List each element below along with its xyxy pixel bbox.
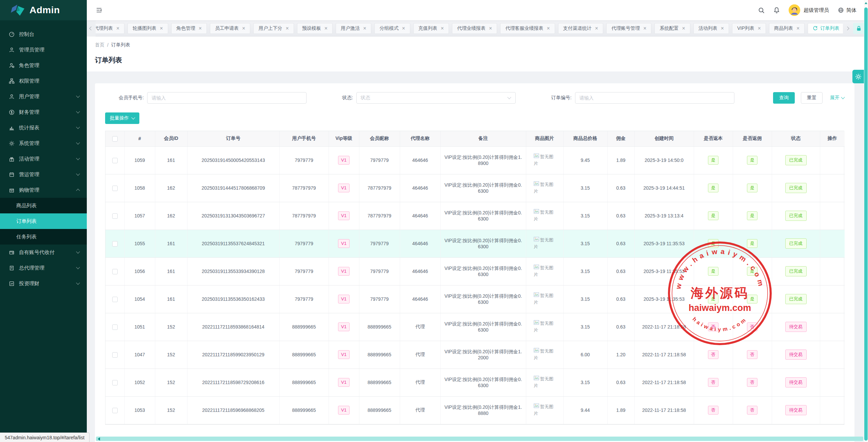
close-tab-icon[interactable]: ×: [199, 26, 202, 31]
bulk-actions-button[interactable]: 批量操作: [105, 112, 139, 124]
search-button[interactable]: 查询: [773, 92, 795, 104]
tab-tab-9[interactable]: 充值列表×: [413, 23, 449, 34]
close-tab-icon[interactable]: ×: [242, 26, 245, 31]
sidebar-subitem-order-list[interactable]: 订单列表: [0, 213, 87, 229]
table-row[interactable]: 1058162202503191444517806868709787797979…: [105, 174, 845, 202]
close-tab-icon[interactable]: ×: [643, 26, 646, 31]
table-row[interactable]: 1051152202211172118593868164814888999665…: [105, 313, 845, 341]
table-row[interactable]: 1057162202503191313043503696727787797979…: [105, 202, 845, 230]
order-filter-input[interactable]: [575, 92, 734, 104]
sidebar-item-system[interactable]: 系统管理: [0, 135, 87, 151]
row-checkbox[interactable]: [112, 324, 118, 330]
tab-tab-4[interactable]: 员工申请表×: [210, 23, 250, 34]
close-tab-icon[interactable]: ×: [547, 26, 550, 31]
tab-tab-11[interactable]: 代理客服业绩报表×: [500, 23, 555, 34]
tab-tab-10[interactable]: 代理业绩报表×: [452, 23, 497, 34]
row-checkbox[interactable]: [112, 297, 118, 302]
close-tab-icon[interactable]: ×: [116, 26, 119, 31]
close-tab-icon[interactable]: ×: [489, 26, 492, 31]
vertical-scrollbar[interactable]: [864, 0, 868, 442]
row-checkbox[interactable]: [112, 408, 118, 413]
user-menu[interactable]: 超级管理员: [789, 4, 829, 16]
tab-tab-16[interactable]: VIP列表×: [732, 23, 766, 34]
close-tab-icon[interactable]: ×: [324, 26, 328, 31]
close-tab-icon[interactable]: ×: [595, 26, 598, 31]
select-all-checkbox[interactable]: [112, 136, 118, 142]
tab-tab-3[interactable]: 角色管理×: [171, 23, 207, 34]
reset-button[interactable]: 重置: [801, 92, 823, 104]
tab-tab-17[interactable]: 商品列表×: [769, 23, 805, 34]
sidebar-subitem-task-list[interactable]: 任务列表: [0, 229, 87, 245]
table-row[interactable]: 1047152202211172118599023950129888999665…: [105, 341, 845, 369]
tab-tab-18[interactable]: 订单列表×: [808, 23, 843, 34]
close-tab-icon[interactable]: ×: [441, 26, 444, 31]
tab-tab-5[interactable]: 用户上下分×: [253, 23, 294, 34]
vertical-scroll-thumb[interactable]: [864, 7, 868, 441]
sidebar-item-general-agent[interactable]: 总代理管理: [0, 260, 87, 276]
phone-filter-input[interactable]: [147, 92, 307, 104]
sidebar-item-shopping[interactable]: 购物管理: [0, 182, 87, 198]
sidebar-item-role[interactable]: 角色管理: [0, 58, 87, 73]
sidebar-item-own-account[interactable]: 自有账号代收付: [0, 245, 87, 260]
sidebar-item-permission[interactable]: 权限管理: [0, 73, 87, 89]
row-checkbox[interactable]: [112, 269, 118, 274]
avatar[interactable]: [789, 4, 800, 16]
sidebar-subitem-goods-list[interactable]: 商品列表: [0, 198, 87, 213]
table-row[interactable]: 10551612025031911355376248453217979779V1…: [105, 230, 845, 257]
search-icon[interactable]: [758, 7, 765, 14]
theme-settings-button[interactable]: [852, 70, 864, 83]
status-badge: 已完成: [785, 238, 807, 249]
language-switcher[interactable]: 简体: [838, 7, 856, 14]
table-row[interactable]: 10561612025031911355339343901287979779V1…: [105, 257, 845, 285]
sidebar-item-console[interactable]: 控制台: [0, 26, 87, 42]
sidebar-item-operation[interactable]: 营运管理: [0, 167, 87, 182]
close-tab-icon[interactable]: ×: [160, 26, 163, 31]
close-tab-icon[interactable]: ×: [758, 26, 761, 31]
tab-tab-14[interactable]: 系统配置×: [654, 23, 690, 34]
sidebar-item-activity[interactable]: 活动管理: [0, 151, 87, 167]
row-checkbox[interactable]: [112, 186, 118, 191]
sidebar-item-finance[interactable]: 财务管理: [0, 104, 87, 120]
refresh-icon[interactable]: [813, 26, 818, 31]
expand-toggle[interactable]: 展开: [830, 95, 844, 101]
tab-tab-1[interactable]: 总代理列表×: [96, 23, 124, 34]
table-row[interactable]: 10541612025031911355363501624337979779V1…: [105, 285, 845, 313]
tab-tab-2[interactable]: 轮播图列表×: [127, 23, 168, 34]
status-badge: 是: [708, 184, 718, 192]
table-row[interactable]: 1053152202211172118596968868205888999665…: [105, 396, 845, 424]
sidebar-item-admin[interactable]: 管理员管理: [0, 42, 87, 58]
tab-label: 活动列表: [698, 25, 717, 31]
sidebar-collapse-icon[interactable]: [96, 7, 102, 14]
table-row[interactable]: 10591612025031914500054205531437979779V1…: [105, 146, 845, 174]
scroll-left-icon[interactable]: [98, 437, 100, 441]
sidebar-item-report[interactable]: 统计报表: [0, 120, 87, 135]
scroll-up-icon[interactable]: [865, 2, 867, 4]
tab-tab-15[interactable]: 活动列表×: [693, 23, 729, 34]
row-checkbox[interactable]: [112, 213, 118, 219]
close-tab-icon[interactable]: ×: [682, 26, 685, 31]
tab-tab-7[interactable]: 用户激活×: [336, 23, 371, 34]
notification-bell-icon[interactable]: [773, 7, 780, 14]
breadcrumb-home[interactable]: 首页: [95, 42, 104, 48]
tab-tab-12[interactable]: 支付渠道统计×: [558, 23, 603, 34]
row-checkbox[interactable]: [112, 352, 118, 358]
tab-tab-13[interactable]: 代理账号管理×: [606, 23, 651, 34]
close-tab-icon[interactable]: ×: [285, 26, 289, 31]
tabs-scroll-right-icon[interactable]: [843, 20, 852, 37]
table-row[interactable]: 1052152202211172118598729208616888999665…: [105, 369, 845, 396]
tab-tab-8[interactable]: 分组模式×: [374, 23, 410, 34]
close-tab-icon[interactable]: ×: [721, 26, 724, 31]
close-tab-icon[interactable]: ×: [796, 26, 800, 31]
sidebar-item-user[interactable]: 用户管理: [0, 89, 87, 104]
sidebar-item-invest[interactable]: 投资理财: [0, 276, 87, 291]
lock-tabs-button[interactable]: [853, 23, 865, 34]
tab-tab-6[interactable]: 预设模板×: [297, 23, 333, 34]
horizontal-scrollbar[interactable]: [96, 437, 863, 441]
row-checkbox[interactable]: [112, 158, 118, 163]
row-checkbox[interactable]: [112, 380, 118, 385]
row-checkbox[interactable]: [112, 241, 118, 247]
close-tab-icon[interactable]: ×: [402, 26, 405, 31]
status-filter-select[interactable]: 状态: [356, 92, 516, 104]
tabs-scroll-left-icon[interactable]: [87, 20, 96, 37]
close-tab-icon[interactable]: ×: [363, 26, 366, 31]
